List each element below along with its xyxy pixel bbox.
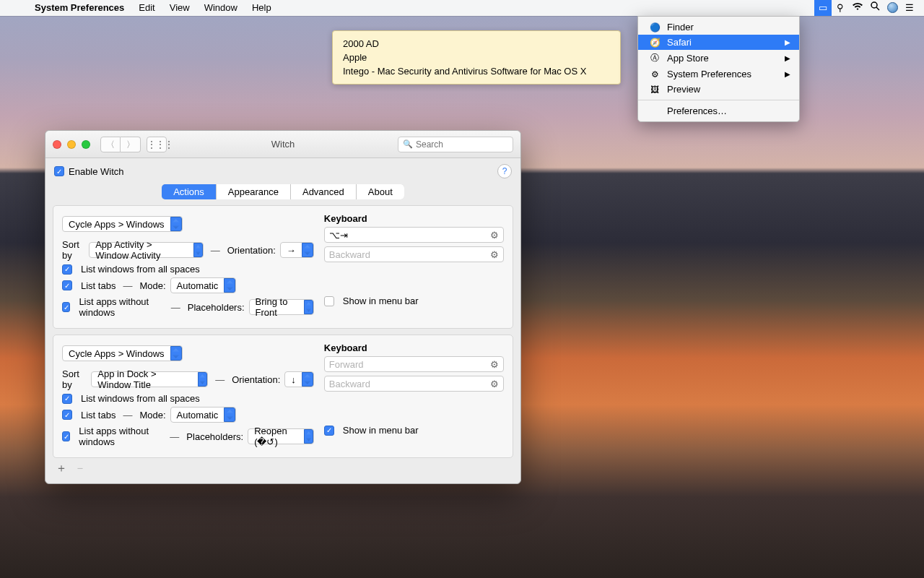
safari-icon: 🧭 [648, 38, 661, 48]
keyboard-label: Keyboard [324, 342, 504, 353]
list-tabs-label: List tabs [81, 410, 116, 420]
finder-icon: 🔵 [648, 22, 661, 33]
list-tabs-checkbox[interactable]: ✓ [62, 280, 72, 290]
list-spaces-checkbox[interactable]: ✓ [62, 394, 72, 404]
menu-app[interactable]: System Preferences [27, 0, 131, 16]
orientation-popup[interactable]: → [280, 242, 314, 258]
list-spaces-label: List windows from all spaces [81, 264, 200, 275]
forward-button[interactable]: 〉 [121, 137, 141, 152]
list-noapps-label: List apps without windows [79, 296, 163, 318]
search-icon: 🔍 [403, 139, 413, 149]
dropdown-item-preferences[interactable]: Preferences… [638, 103, 799, 118]
gear-icon[interactable]: ⚙ [490, 359, 499, 370]
prefpane-window: 〈 〉 ⋮⋮⋮ Witch 🔍 ✓ Enable Witch ? Actions… [45, 130, 521, 484]
sortby-label: Sort by [62, 239, 84, 261]
keyboard-forward-field[interactable]: ⌥⇥ ⚙ [324, 227, 504, 243]
menu-edit[interactable]: Edit [131, 0, 162, 16]
tooltip-line: Apple [343, 51, 610, 64]
tooltip-panel: 2000 AD Apple Intego - Mac Security and … [332, 30, 621, 85]
keyboard-forward-field[interactable]: Forward ⚙ [324, 356, 504, 372]
help-button[interactable]: ? [497, 164, 512, 178]
chevron-right-icon: ▶ [785, 54, 790, 62]
traffic-lights [53, 140, 90, 149]
dropdown-item-sysprefs[interactable]: ⚙ System Preferences ▶ [638, 66, 799, 82]
gear-icon[interactable]: ⚙ [490, 249, 499, 260]
dropdown-label: Safari [667, 37, 692, 48]
search-input[interactable] [398, 137, 513, 152]
bluetooth-icon[interactable]: ⚲ [832, 0, 849, 16]
mode-popup[interactable]: Automatic [170, 277, 237, 293]
titlebar[interactable]: 〈 〉 ⋮⋮⋮ Witch 🔍 [45, 131, 520, 158]
dropdown-item-preview[interactable]: 🖼 Preview [638, 82, 799, 97]
preview-icon: 🖼 [648, 85, 661, 95]
minimize-button[interactable] [67, 140, 76, 149]
zoom-button[interactable] [82, 140, 90, 149]
mode-popup[interactable]: Automatic [170, 407, 237, 423]
enable-label: Enable Witch [69, 166, 124, 177]
tab-advanced[interactable]: Advanced [291, 184, 357, 199]
keyboard-backward-field[interactable]: Backward ⚙ [324, 246, 504, 262]
dropdown-label: System Preferences [667, 69, 751, 79]
menubar: System Preferences Edit View Window Help… [0, 0, 924, 16]
menu-view[interactable]: View [162, 0, 197, 16]
dropdown-item-safari[interactable]: 🧭 Safari ▶ [638, 35, 799, 50]
svg-point-0 [871, 2, 877, 8]
mode-label: Mode: [139, 280, 165, 291]
wifi-icon[interactable] [849, 0, 866, 16]
action-group-2: Cycle Apps > Windows Sort by App in Dock… [53, 335, 513, 458]
chevron-right-icon: ▶ [785, 70, 790, 78]
dropdown-item-finder[interactable]: 🔵 Finder [638, 20, 799, 35]
menubar-extra-switcher-icon[interactable]: ▭ [814, 0, 832, 16]
tab-segment: Actions Appearance Advanced About [162, 184, 404, 199]
enable-checkbox[interactable]: ✓ [54, 166, 64, 176]
dropdown-item-appstore[interactable]: Ⓐ App Store ▶ [638, 50, 799, 66]
siri-icon[interactable] [884, 0, 901, 16]
placeholders-popup[interactable]: Reopen (�↺) [248, 428, 314, 444]
placeholders-label: Placeholders: [186, 431, 243, 442]
spotlight-icon[interactable] [866, 0, 884, 16]
menu-help[interactable]: Help [245, 0, 279, 16]
list-tabs-checkbox[interactable]: ✓ [62, 410, 72, 420]
gear-icon[interactable]: ⚙ [490, 230, 499, 241]
cycle-popup[interactable]: Cycle Apps > Windows [62, 216, 183, 232]
sortby-popup[interactable]: App in Dock > Window Title [91, 371, 208, 387]
sysprefs-icon: ⚙ [648, 69, 661, 79]
tooltip-line: Intego - Mac Security and Antivirus Soft… [343, 64, 610, 78]
tab-appearance[interactable]: Appearance [217, 184, 291, 199]
sortby-label: Sort by [62, 368, 87, 390]
list-spaces-checkbox[interactable]: ✓ [62, 264, 72, 275]
dropdown-label: App Store [667, 53, 709, 64]
list-noapps-checkbox[interactable]: ✓ [62, 302, 70, 312]
tab-actions[interactable]: Actions [162, 184, 217, 199]
keyboard-backward-field[interactable]: Backward ⚙ [324, 376, 504, 392]
tab-about[interactable]: About [357, 184, 404, 199]
dropdown-separator [638, 100, 799, 100]
remove-action-button[interactable]: － [74, 461, 86, 476]
mode-label: Mode: [139, 410, 165, 420]
orientation-label: Orientation: [232, 374, 280, 385]
appstore-icon: Ⓐ [648, 52, 661, 64]
show-menubar-checkbox[interactable] [324, 296, 334, 306]
menu-window[interactable]: Window [197, 0, 245, 16]
placeholders-label: Placeholders: [188, 302, 245, 313]
cycle-popup[interactable]: Cycle Apps > Windows [62, 345, 183, 361]
list-noapps-checkbox[interactable]: ✓ [62, 431, 70, 441]
placeholders-popup[interactable]: Bring to Front [249, 299, 314, 315]
notification-center-icon[interactable]: ☰ [901, 0, 918, 16]
show-menubar-checkbox[interactable]: ✓ [324, 426, 334, 436]
list-spaces-label: List windows from all spaces [81, 393, 200, 404]
action-group-1: Cycle Apps > Windows Sort by App Activit… [53, 205, 513, 329]
gear-icon[interactable]: ⚙ [490, 379, 499, 389]
show-all-button[interactable]: ⋮⋮⋮ [147, 137, 167, 152]
show-menubar-label: Show in menu bar [343, 425, 419, 436]
back-button[interactable]: 〈 [100, 137, 121, 152]
tooltip-line: 2000 AD [343, 37, 610, 51]
sortby-popup[interactable]: App Activity > Window Activity [89, 242, 203, 258]
add-action-button[interactable]: ＋ [56, 461, 67, 476]
show-menubar-label: Show in menu bar [343, 296, 419, 306]
close-button[interactable] [53, 140, 61, 149]
dropdown-label: Preferences… [667, 105, 727, 116]
list-noapps-label: List apps without windows [79, 426, 162, 447]
orientation-popup[interactable]: ↓ [284, 371, 314, 387]
list-tabs-label: List tabs [81, 280, 116, 291]
